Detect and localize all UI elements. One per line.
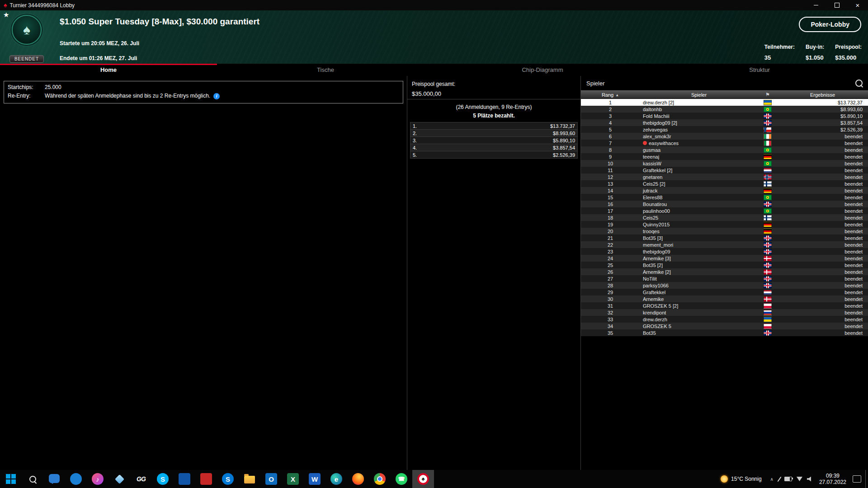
flag-icon-pl <box>764 303 772 309</box>
player-row[interactable]: 32 krendipont beendet <box>581 309 868 316</box>
player-result: beendet <box>777 303 868 309</box>
player-row[interactable]: 4 thebigdog09 [2] $3.857,54 <box>581 119 868 126</box>
taskbar-clock[interactable]: 09:39 27.07.2022 <box>815 473 851 485</box>
taskbar-gg-button[interactable]: GG <box>130 470 152 488</box>
taskbar-outlook-button[interactable]: O <box>260 470 282 488</box>
poker-lobby-button[interactable]: Poker-Lobby <box>799 17 861 32</box>
player-row[interactable]: 30 Arnemike beendet <box>581 296 868 302</box>
player-rank: 6 <box>581 134 640 139</box>
battery-icon[interactable] <box>784 477 792 481</box>
taskbar-excel-button[interactable]: X <box>282 470 304 488</box>
player-flag-cell <box>758 222 777 227</box>
player-row[interactable]: 16 Bounatirou beendet <box>581 201 868 207</box>
notification-center-icon[interactable] <box>853 475 861 483</box>
column-flag[interactable]: ⚑ <box>758 92 777 98</box>
player-row[interactable]: 3 Fold Machiii $5.890,10 <box>581 113 868 119</box>
player-row[interactable]: 35 Bot35 beendet <box>581 329 868 336</box>
taskbar-app-blue-circle-button[interactable] <box>65 470 87 488</box>
info-icon[interactable]: i <box>213 93 220 99</box>
tournament-lobby-window: ♠ Turnier 3444996084 Lobby × ★ ♠ BEENDET… <box>0 0 868 488</box>
taskbar-chrome-button[interactable] <box>369 470 391 488</box>
column-result[interactable]: Ergebnisse <box>777 92 868 98</box>
player-rank: 3 <box>581 113 640 119</box>
tab-struktur[interactable]: Struktur <box>651 64 868 76</box>
tab-chip-diagramm[interactable]: Chip-Diagramm <box>434 64 651 76</box>
player-row[interactable]: 13 Ceis25 [2] beendet <box>581 180 868 187</box>
pen-icon[interactable] <box>777 476 781 482</box>
player-row[interactable]: 7 easywithaces beendet <box>581 140 868 146</box>
player-result: beendet <box>777 188 868 193</box>
player-rank: 13 <box>581 181 640 187</box>
player-rank: 16 <box>581 202 640 207</box>
flag-icon-pl <box>764 324 772 329</box>
skype-business-icon: S <box>222 473 234 485</box>
tab-tische[interactable]: Tische <box>217 64 434 76</box>
column-player[interactable]: Spieler <box>640 92 758 98</box>
player-row[interactable]: 31 GROSZEK 5 [2] beendet <box>581 302 868 309</box>
taskbar-weather[interactable]: 15°C Sonnig <box>715 470 767 488</box>
player-row[interactable]: 34 GROSZEK 5 beendet <box>581 323 868 329</box>
search-glyph-icon <box>29 476 36 483</box>
player-row[interactable]: 12 gnetaren beendet <box>581 174 868 180</box>
player-row[interactable]: 24 Arnemike [3] beendet <box>581 255 868 262</box>
close-button[interactable]: × <box>847 0 868 10</box>
taskbar-app-diamond-button[interactable] <box>108 470 130 488</box>
player-row[interactable]: 27 NoTilit beendet <box>581 275 868 282</box>
taskbar-edge-button[interactable]: e <box>326 470 347 488</box>
player-row[interactable]: 10 kassisW beendet <box>581 160 868 167</box>
flag-icon-gb <box>764 283 772 288</box>
player-row[interactable]: 6 alex_smok3r beendet <box>581 133 868 140</box>
taskbar-app-red-button[interactable] <box>195 470 217 488</box>
player-row[interactable]: 18 Ceis25 beendet <box>581 214 868 221</box>
player-row[interactable]: 20 trooqes beendet <box>581 228 868 235</box>
player-name: drew.derzh [2] <box>640 100 758 105</box>
taskbar-whatsapp-button[interactable]: ☎ <box>391 470 412 488</box>
player-row[interactable]: 11 Graftekkel [2] beendet <box>581 167 868 174</box>
player-row[interactable]: 15 Eleres88 beendet <box>581 194 868 201</box>
player-row[interactable]: 8 gusmaa beendet <box>581 146 868 153</box>
player-row[interactable]: 22 mement_mori beendet <box>581 241 868 248</box>
taskbar-app-blue-button[interactable] <box>174 470 195 488</box>
taskbar-itunes-button[interactable]: ♪ <box>87 470 108 488</box>
taskbar-skype-button[interactable]: S <box>152 470 174 488</box>
player-row[interactable]: 26 Arnemike [2] beendet <box>581 268 868 275</box>
taskbar-search-button[interactable] <box>22 470 43 488</box>
tab-home[interactable]: Home <box>0 64 217 76</box>
player-flag-cell <box>758 215 777 221</box>
minimize-button[interactable] <box>806 0 826 10</box>
player-row[interactable]: 25 Bot35 [2] beendet <box>581 262 868 268</box>
taskbar-start-button[interactable] <box>0 470 22 488</box>
player-row[interactable]: 23 thebigdog09 beendet <box>581 248 868 255</box>
taskbar-word-button[interactable]: W <box>304 470 326 488</box>
taskbar-teams-button[interactable] <box>43 470 65 488</box>
search-icon[interactable] <box>855 80 863 87</box>
player-row[interactable]: 28 parksy1066 beendet <box>581 282 868 289</box>
volume-icon[interactable] <box>807 477 812 482</box>
column-rank[interactable]: Rang▲ <box>581 92 640 98</box>
prize-place: 4. <box>413 145 417 150</box>
folder-icon <box>244 476 255 483</box>
maximize-button[interactable] <box>826 0 847 10</box>
player-row[interactable]: 17 paulinhoo00 beendet <box>581 207 868 214</box>
player-rank: 31 <box>581 303 640 309</box>
player-row[interactable]: 29 Graftekkel beendet <box>581 289 868 296</box>
hidden-icons-chevron[interactable]: ∧ <box>767 477 777 482</box>
player-row[interactable]: 21 Bot35 [3] beendet <box>581 235 868 241</box>
player-flag-cell <box>758 296 777 302</box>
player-row[interactable]: 33 drew.derzh beendet <box>581 316 868 323</box>
taskbar-file-explorer-button[interactable] <box>239 470 260 488</box>
network-icon[interactable] <box>797 477 802 481</box>
flag-icon-it <box>764 141 772 146</box>
taskbar-firefox-button[interactable] <box>347 470 369 488</box>
player-row[interactable]: 9 teeenaj beendet <box>581 153 868 160</box>
player-row[interactable]: 14 jutrack beendet <box>581 187 868 194</box>
player-rank: 10 <box>581 161 640 166</box>
taskbar-pokerstars-button[interactable]: ♠ <box>412 470 434 488</box>
player-row[interactable]: 5 zelvavegas $2.526,39 <box>581 126 868 133</box>
player-row[interactable]: 2 daltonhb $8.993,60 <box>581 106 868 113</box>
player-row[interactable]: 19 Quinny2015 beendet <box>581 221 868 228</box>
sun-icon <box>721 475 728 483</box>
taskbar-skype-business-button[interactable]: S <box>217 470 239 488</box>
player-row[interactable]: 1 drew.derzh [2] $13.732,37 <box>581 99 868 106</box>
show-desktop-button[interactable] <box>865 470 868 488</box>
